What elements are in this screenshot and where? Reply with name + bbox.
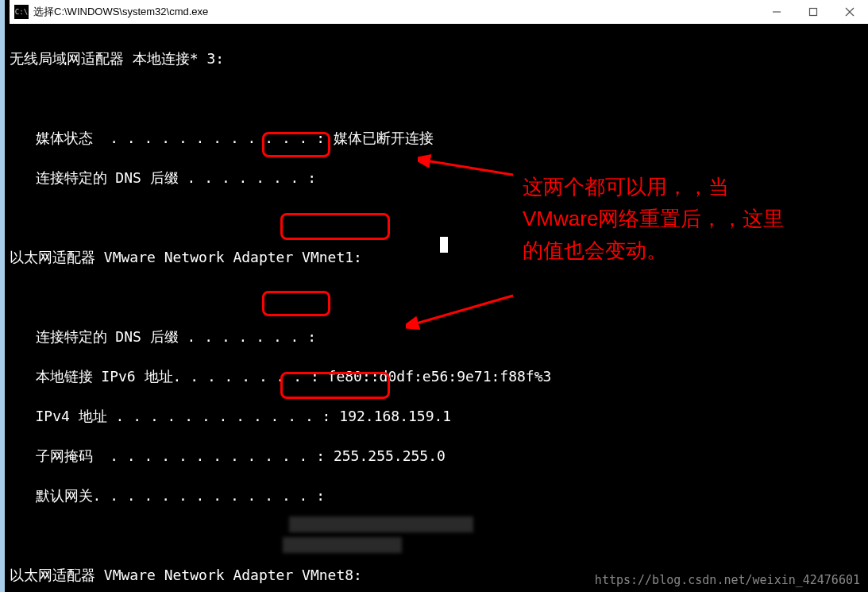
svg-rect-1 [810, 9, 817, 16]
watermark-text: https://blog.csdn.net/weixin_42476601 [595, 573, 860, 587]
output-line [10, 287, 868, 307]
minimize-button[interactable] [758, 0, 795, 24]
output-line: IPv4 地址 . . . . . . . . . . . . : 192.16… [10, 406, 868, 426]
cmd-icon: C:\ [14, 5, 29, 19]
output-line: 媒体状态 . . . . . . . . . . . . : 媒体已断开连接 [10, 128, 868, 148]
output-line: 默认网关. . . . . . . . . . . . . : [10, 486, 868, 505]
output-line: 连接特定的 DNS 后缀 . . . . . . . : [10, 168, 868, 188]
maximize-button[interactable] [795, 0, 831, 24]
output-line: 连接特定的 DNS 后缀 . . . . . . . : [10, 327, 868, 346]
output-line [10, 88, 868, 108]
output-line: 本地链接 IPv6 地址. . . . . . . . : fe80::d0df… [10, 366, 868, 386]
output-line: 无线局域网适配器 本地连接* 3: [10, 48, 868, 68]
output-line [10, 207, 868, 227]
window-title: 选择C:\WINDOWS\system32\cmd.exe [33, 5, 208, 19]
close-button[interactable] [831, 0, 868, 24]
terminal-output[interactable]: 无线局域网适配器 本地连接* 3: 媒体状态 . . . . . . . . .… [10, 24, 868, 592]
output-line: 以太网适配器 VMware Network Adapter VMnet1: [10, 247, 868, 267]
output-line: 子网掩码 . . . . . . . . . . . . : 255.255.2… [10, 446, 868, 466]
window-titlebar: C:\ 选择C:\WINDOWS\system32\cmd.exe [10, 0, 868, 24]
redacted-block [289, 517, 473, 532]
redacted-block [283, 537, 402, 553]
text-cursor [440, 237, 448, 253]
